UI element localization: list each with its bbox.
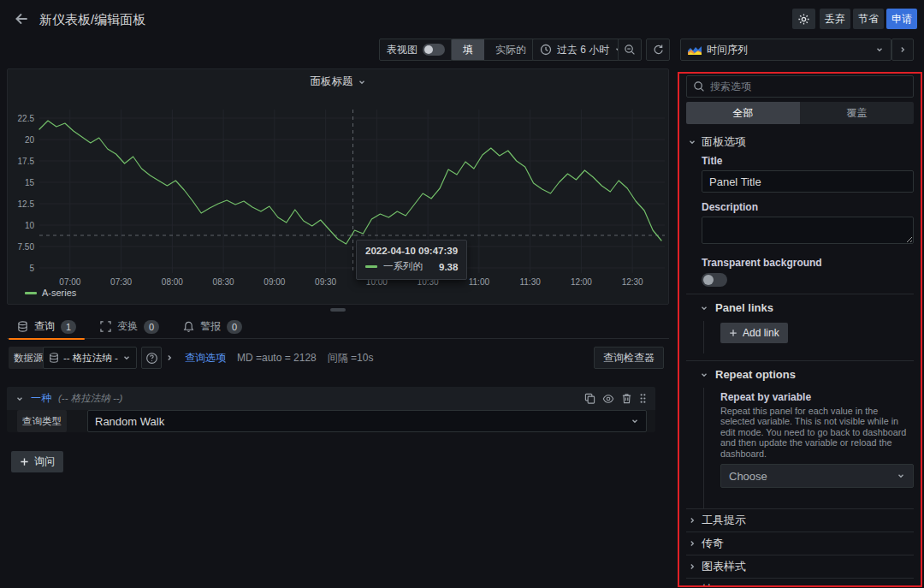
back-button[interactable] (9, 7, 34, 31)
hide-query-eye-icon[interactable] (602, 393, 614, 405)
repeat-variable-select[interactable]: Choose (720, 464, 914, 488)
fill-actual-segment: 填 实际的 (451, 39, 538, 61)
query-refid[interactable]: 一种 (31, 391, 51, 406)
time-series-icon (688, 45, 702, 55)
chevron-down-icon (897, 472, 905, 480)
query-count-badge: 1 (61, 320, 76, 334)
chevron-right-icon (688, 585, 696, 587)
apply-button[interactable]: 申请 (886, 9, 917, 29)
tooltip-timestamp: 2022-04-10 09:47:39 (365, 246, 458, 256)
actual-option[interactable]: 实际的 (484, 39, 537, 60)
options-search[interactable] (686, 75, 914, 98)
clock-icon (540, 44, 552, 56)
transform-count-badge: 0 (144, 320, 159, 334)
chevron-right-icon (688, 562, 696, 571)
query-options-link[interactable]: 查询选项 (185, 351, 226, 365)
section-panel-links[interactable]: Panel links (700, 294, 914, 321)
database-icon (17, 321, 28, 332)
options-tab-overrides[interactable]: 覆盖 (800, 102, 914, 124)
visualization-picker[interactable]: 时间序列 (680, 39, 891, 61)
repeat-options-section: Repeat options Repeat by variable Repeat… (686, 360, 914, 508)
drag-handle-icon[interactable] (639, 393, 647, 404)
zoom-out-button[interactable] (618, 39, 642, 61)
query-type-select[interactable]: Random Walk (87, 410, 647, 432)
chevron-right-icon[interactable] (165, 353, 174, 362)
tooltip-series-swatch (365, 265, 377, 268)
panel-title-input[interactable] (702, 170, 914, 193)
chevron-right-icon (688, 516, 696, 525)
repeat-by-variable-description: Repeat this panel for each value in the … (720, 406, 914, 459)
alert-count-badge: 0 (227, 320, 242, 334)
chevron-down-icon (700, 371, 708, 379)
query-row-header[interactable]: 一种 (-- 格拉法纳 --) (7, 387, 655, 410)
section-legend[interactable]: 传奇 (686, 532, 914, 555)
tab-transform[interactable]: 变换 0 (90, 315, 169, 339)
add-query-button[interactable]: 询问 (11, 451, 63, 472)
query-type-value: Random Walk (95, 415, 631, 428)
max-data-points-text: MD =auto = 2128 (237, 352, 317, 364)
save-button[interactable]: 节省 (853, 9, 884, 29)
table-view-switch[interactable] (423, 44, 445, 56)
svg-text:10: 10 (25, 221, 35, 230)
chart-legend[interactable]: A-series (25, 288, 76, 298)
editor-tabs: 查询 1 变换 0 警报 0 (7, 315, 669, 339)
table-view-label: 表视图 (387, 43, 418, 57)
panel-description-input[interactable] (702, 217, 914, 244)
add-link-button[interactable]: Add link (720, 323, 788, 343)
chevron-down-icon (122, 353, 131, 362)
svg-text:07:00: 07:00 (59, 277, 80, 287)
time-series-chart[interactable]: 22.52017.51512.5107.50507:0007:3008:0008… (8, 69, 670, 306)
chevron-right-icon (688, 539, 696, 548)
svg-text:12:30: 12:30 (622, 277, 643, 287)
svg-text:12:00: 12:00 (571, 277, 592, 287)
query-inspector-button[interactable]: 查询检查器 (594, 347, 664, 369)
tab-query[interactable]: 查询 1 (7, 315, 86, 339)
options-scope-tabs: 全部 覆盖 (686, 102, 914, 124)
tab-alert[interactable]: 警报 0 (173, 315, 252, 339)
tooltip-series-value: 9.38 (439, 262, 458, 272)
bell-icon (183, 321, 194, 332)
svg-text:11:30: 11:30 (519, 277, 541, 287)
collapse-options-pane-button[interactable] (891, 39, 914, 61)
datasource-select[interactable]: -- 格拉法纳 -- (43, 347, 137, 369)
section-panel-options[interactable]: 面板选项 (686, 134, 914, 150)
section-tooltip[interactable]: 工具提示 (686, 508, 914, 532)
svg-text:12.5: 12.5 (18, 199, 35, 209)
svg-text:17.5: 17.5 (18, 157, 35, 166)
svg-text:22.5: 22.5 (18, 114, 35, 123)
options-search-input[interactable] (710, 80, 907, 92)
panel-resize-handle[interactable] (330, 308, 346, 312)
tab-transform-label: 变换 (117, 319, 138, 334)
section-graph-styles[interactable]: 图表样式 (686, 555, 914, 578)
section-axis[interactable]: 轴 (686, 578, 914, 587)
refresh-button[interactable] (646, 39, 670, 61)
transparent-background-toggle[interactable] (702, 273, 727, 287)
discard-button[interactable]: 丢弃 (820, 9, 850, 29)
svg-text:07:30: 07:30 (110, 277, 132, 287)
tab-alert-label: 警报 (200, 319, 221, 334)
time-range-label: 过去 6 小时 (557, 43, 609, 57)
delete-query-trash-icon[interactable] (621, 393, 632, 404)
description-field-label: Description (702, 201, 914, 213)
chevron-down-icon[interactable] (15, 395, 24, 403)
time-range-picker[interactable]: 过去 6 小时 (532, 39, 631, 61)
section-repeat-options[interactable]: Repeat options (700, 361, 914, 388)
help-icon (145, 352, 158, 365)
plus-icon (20, 457, 29, 466)
chevron-down-icon (700, 304, 708, 312)
datasource-help-button[interactable] (141, 347, 162, 369)
chart-panel: 面板标题 22.52017.51512.5107.50507:0007:3008… (7, 68, 669, 305)
fill-option[interactable]: 填 (452, 39, 484, 60)
legend-series-swatch (25, 292, 37, 294)
duplicate-query-icon[interactable] (584, 393, 595, 404)
tooltip-series-name: 一系列的 (383, 260, 423, 273)
query-row-body: 查询类型 Random Walk (7, 410, 655, 432)
svg-text:08:30: 08:30 (213, 277, 234, 287)
table-view-toggle[interactable]: 表视图 (379, 39, 453, 61)
options-tab-all[interactable]: 全部 (686, 102, 800, 124)
dashboard-settings-button[interactable] (792, 9, 815, 29)
svg-text:09:30: 09:30 (315, 277, 336, 287)
repeat-by-variable-label: Repeat by variable (720, 391, 914, 403)
plus-icon (729, 329, 737, 337)
chevron-down-icon (875, 45, 884, 54)
